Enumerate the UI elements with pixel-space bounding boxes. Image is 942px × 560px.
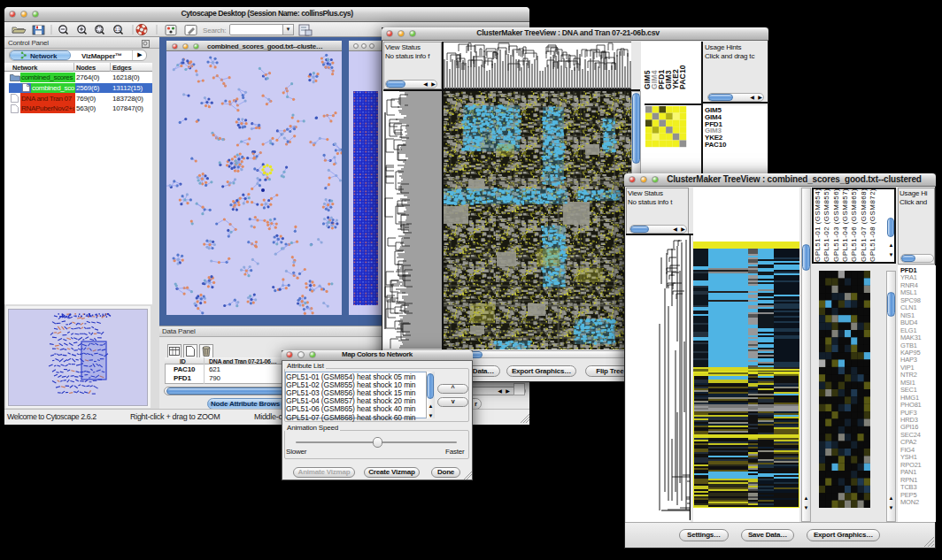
svg-text:GPL51-01 (GSM854): GPL51-01 (GSM854) — [814, 188, 822, 262]
svg-text:GPL51-02 (GSM855): GPL51-02 (GSM855) — [822, 188, 830, 262]
svg-text:GPL51-07 (GSM868): GPL51-07 (GSM868) — [860, 188, 868, 262]
svg-text:GPL51-08 (GSM872): GPL51-08 (GSM872) — [869, 188, 876, 262]
svg-text:PAC10: PAC10 — [678, 65, 687, 89]
svg-text:1:1: 1:1 — [115, 27, 121, 32]
svg-text:GPL51-06 (GSM865): GPL51-06 (GSM865) — [850, 188, 858, 262]
svg-text:GPL51-04 (GSM857): GPL51-04 (GSM857) — [841, 188, 849, 262]
svg-text:GPL51-03 (GSM856): GPL51-03 (GSM856) — [832, 188, 840, 262]
